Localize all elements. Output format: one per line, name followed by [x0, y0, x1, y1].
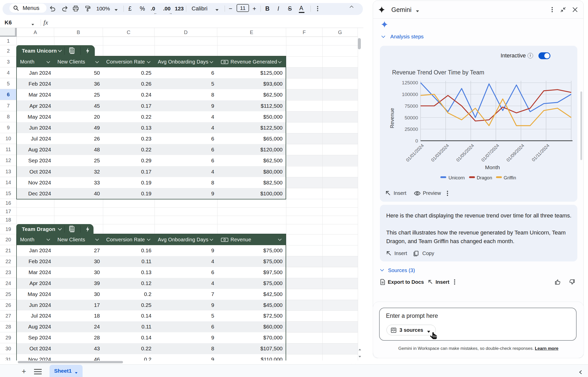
svg-text:25000: 25000: [405, 127, 418, 132]
svg-text:100000: 100000: [402, 92, 418, 97]
svg-text:01/03/2024: 01/03/2024: [430, 143, 450, 163]
svg-text:125000: 125000: [402, 80, 418, 85]
svg-text:Month: Month: [485, 164, 500, 170]
svg-text:0: 0: [415, 138, 418, 144]
svg-text:Griffin: Griffin: [504, 175, 516, 180]
svg-text:Unicorn: Unicorn: [448, 175, 465, 180]
svg-text:01/09/2024: 01/09/2024: [505, 143, 525, 163]
svg-text:75000: 75000: [405, 103, 418, 109]
svg-text:01/11/2024: 01/11/2024: [531, 143, 550, 163]
svg-text:01/01/2024: 01/01/2024: [405, 143, 425, 163]
svg-text:01/07/2024: 01/07/2024: [480, 143, 500, 163]
svg-text:01/05/2024: 01/05/2024: [455, 143, 475, 163]
svg-text:Dragon: Dragon: [477, 175, 492, 180]
svg-text:Revenue: Revenue: [389, 108, 395, 128]
svg-text:50000: 50000: [405, 115, 418, 120]
